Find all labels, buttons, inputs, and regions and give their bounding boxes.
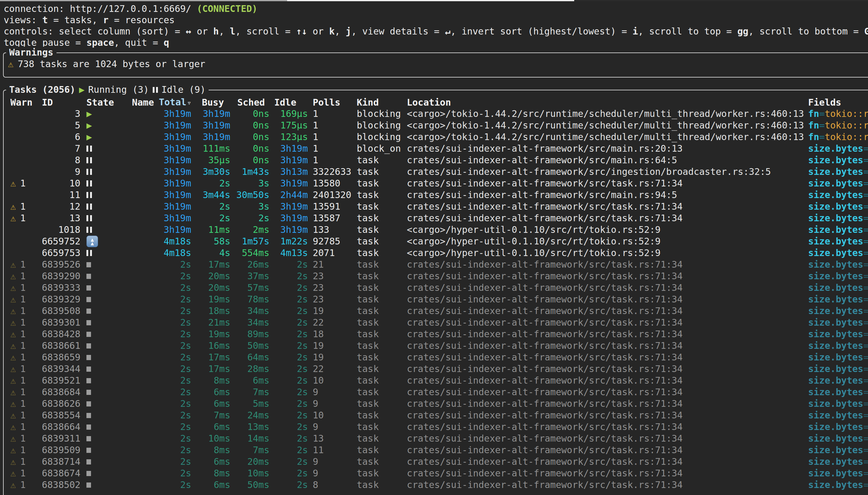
- cell-busy: 6ms: [193, 398, 232, 410]
- column-header-kind[interactable]: Kind: [354, 97, 404, 108]
- cell-fields: size.bytes=: [805, 456, 868, 467]
- table-row[interactable]: ⚠168387142s6ms20ms2s9taskcrates/sui-inde…: [9, 456, 868, 467]
- cell-id: 6838684: [42, 386, 82, 398]
- cell-state: [82, 343, 132, 348]
- table-row[interactable]: 113h19m3m44s30m50s2h44m2401320taskcrates…: [9, 189, 868, 201]
- cell-location: crates/sui-indexer-alt-framework/src/tas…: [404, 398, 805, 410]
- table-row[interactable]: ⚠168386742s8ms10ms2s9taskcrates/sui-inde…: [9, 467, 868, 479]
- table-row[interactable]: ⚠168395082s18ms34ms2s19taskcrates/sui-in…: [9, 305, 868, 317]
- column-header-id[interactable]: ID: [42, 97, 82, 108]
- column-header-polls[interactable]: Polls: [310, 97, 354, 108]
- column-header-sched[interactable]: Sched: [232, 97, 271, 108]
- cell-idle: 3h19m: [271, 177, 310, 189]
- cell-state: [82, 320, 132, 325]
- table-row[interactable]: ⚠168393112s10ms14ms2s13taskcrates/sui-in…: [9, 433, 868, 444]
- table-row[interactable]: 93h19m3m30s1m43s3h13m3322633taskcrates/s…: [9, 166, 868, 177]
- cell-polls: 1: [310, 131, 354, 143]
- column-header-idle[interactable]: Idle: [271, 97, 310, 108]
- cell-total: 2s: [156, 294, 193, 305]
- table-row[interactable]: ⚠168393012s21ms34ms2s22taskcrates/sui-in…: [9, 317, 868, 328]
- text-segment: gg: [737, 26, 748, 37]
- cell-total: 2s: [156, 398, 193, 410]
- table-row[interactable]: ⚠168395262s17ms26ms2s21taskcrates/sui-in…: [9, 259, 868, 270]
- text-segment: q: [164, 37, 169, 48]
- cell-idle: 2s: [271, 398, 310, 410]
- warning-count: 1: [20, 421, 26, 433]
- cell-fields: size.bytes=: [805, 224, 868, 236]
- cell-sched: 10ms: [232, 467, 271, 479]
- console-header: connection: http://127.0.0.1:6669/ (CONN…: [0, 0, 868, 48]
- cell-busy: 8ms: [193, 467, 232, 479]
- cell-idle: 2s: [271, 363, 310, 375]
- table-row[interactable]: 6▶3h19m3h19m0ns123µs1blocking<cargo>/tok…: [9, 131, 868, 143]
- table-row[interactable]: ⚠168395212s8ms6ms2s10taskcrates/sui-inde…: [9, 375, 868, 386]
- table-row[interactable]: ⚠1103h19m2s3s3h19m13580taskcrates/sui-in…: [9, 177, 868, 189]
- completed-square-icon: [86, 413, 91, 418]
- text-segment: , view details =: [351, 26, 445, 37]
- table-row[interactable]: ⚠168385542s7ms24ms2s10taskcrates/sui-ind…: [9, 410, 868, 421]
- cell-warn: ⚠1: [9, 270, 42, 282]
- cell-busy: 11ms: [193, 224, 232, 236]
- warning-icon: ⚠: [11, 398, 16, 410]
- table-row[interactable]: ⚠1123h19m2s3s3h19m13591taskcrates/sui-in…: [9, 201, 868, 212]
- cell-location: crates/sui-indexer-alt-framework/src/mai…: [404, 143, 805, 154]
- cell-location: crates/sui-indexer-alt-framework/src/tas…: [404, 352, 805, 363]
- cell-fields: size.bytes=: [805, 154, 868, 166]
- cell-busy: 58s: [193, 236, 232, 247]
- cell-total: 2s: [156, 444, 193, 456]
- column-header-name[interactable]: Name: [132, 97, 156, 108]
- cell-sched: 26ms: [232, 259, 271, 270]
- cell-total: 2s: [156, 270, 193, 282]
- cell-kind: blocking: [354, 131, 404, 143]
- cell-total: 2s: [156, 363, 193, 375]
- table-row[interactable]: ⚠168393292s19ms78ms2s23taskcrates/sui-in…: [9, 294, 868, 305]
- warning-count: 1: [20, 282, 26, 294]
- warning-icon: ⚠: [11, 363, 16, 375]
- cell-polls: 9: [310, 386, 354, 398]
- cell-sched: 50ms: [232, 479, 271, 491]
- cell-location: crates/sui-indexer-alt-framework/src/tas…: [404, 340, 805, 352]
- column-header-state[interactable]: State: [82, 97, 132, 108]
- table-row[interactable]: 73h19m111ms0ns3h19m1block_oncrates/sui-i…: [9, 143, 868, 154]
- table-row[interactable]: 5▶3h19m3h19m0ns175µs1blocking<cargo>/tok…: [9, 120, 868, 131]
- table-row[interactable]: ⚠168393332s20ms57ms2s23taskcrates/sui-in…: [9, 282, 868, 294]
- cell-kind: task: [354, 363, 404, 375]
- table-row[interactable]: 83h19m35µs0ns3h19m1taskcrates/sui-indexe…: [9, 154, 868, 166]
- warning-icon: ⚠: [11, 386, 16, 398]
- table-row[interactable]: ⚠1133h19m2s2s3h19m13587taskcrates/sui-in…: [9, 212, 868, 224]
- warning-count: 1: [20, 433, 26, 444]
- column-header-warn[interactable]: Warn: [9, 97, 42, 108]
- cell-polls: 13580: [310, 177, 354, 189]
- cell-state: ▶: [82, 131, 132, 143]
- table-row[interactable]: 10183h19m11ms2ms3h19m133task<cargo>/hype…: [9, 224, 868, 236]
- cell-kind: task: [354, 386, 404, 398]
- table-row[interactable]: ⚠168393442s17ms28ms2s22taskcrates/sui-in…: [9, 363, 868, 375]
- table-row[interactable]: 3▶3h19m3h19m0ns169µs1blocking<cargo>/tok…: [9, 108, 868, 120]
- cell-kind: task: [354, 224, 404, 236]
- warning-icon: ⚠: [11, 340, 16, 352]
- cell-idle: 2s: [271, 305, 310, 317]
- cell-warn: ⚠1: [9, 386, 42, 398]
- cell-warn: ⚠1: [9, 328, 42, 340]
- table-row[interactable]: ⚠168386612s16ms50ms2s19taskcrates/sui-in…: [9, 340, 868, 352]
- table-row[interactable]: ⚠168386592s17ms64ms2s19taskcrates/sui-in…: [9, 352, 868, 363]
- cell-state: [82, 157, 132, 163]
- cell-idle: 175µs: [271, 120, 310, 131]
- table-row[interactable]: ⚠168386842s6ms7ms2s9taskcrates/sui-index…: [9, 386, 868, 398]
- table-row[interactable]: ⚠168385022s6ms50ms2s8taskcrates/sui-inde…: [9, 479, 868, 491]
- table-row[interactable]: ⚠168386262s6ms5ms2s9taskcrates/sui-index…: [9, 398, 868, 410]
- column-header-loc[interactable]: Location: [404, 97, 805, 108]
- column-header-total[interactable]: Total▿: [156, 97, 193, 109]
- warning-icon: ⚠: [11, 375, 16, 386]
- table-row[interactable]: ⚠168392902s20ms37ms2s23taskcrates/sui-in…: [9, 270, 868, 282]
- cell-idle: 3h19m: [271, 212, 310, 224]
- table-row[interactable]: 6659752▲▲4m18s58s1m57s1m22s92785task<car…: [9, 236, 868, 247]
- cell-id: 10: [42, 177, 82, 189]
- table-row[interactable]: ⚠168395092s8ms7ms2s11taskcrates/sui-inde…: [9, 444, 868, 456]
- table-row[interactable]: ⚠168384282s19ms89ms2s18taskcrates/sui-in…: [9, 328, 868, 340]
- table-row[interactable]: ⚠168386642s6ms13ms2s9taskcrates/sui-inde…: [9, 421, 868, 433]
- column-header-busy[interactable]: Busy: [193, 97, 232, 108]
- text-segment: r: [103, 15, 108, 25]
- column-header-fields[interactable]: Fields: [805, 97, 868, 108]
- table-row[interactable]: 66597534m18s4s554ms4m13s2071task<cargo>/…: [9, 247, 868, 259]
